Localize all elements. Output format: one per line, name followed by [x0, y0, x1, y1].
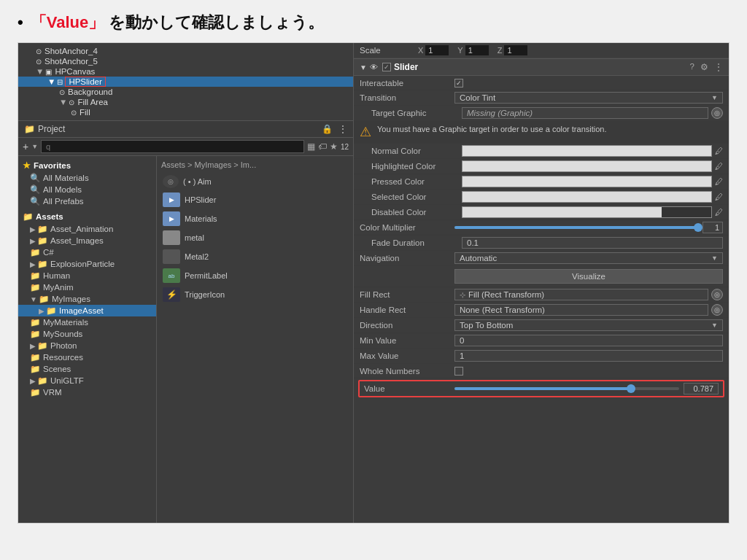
- tree-item-all-models[interactable]: 🔍 All Models: [18, 184, 156, 195]
- pressed-color-label: Pressed Color: [360, 177, 462, 186]
- scale-y-input[interactable]: [465, 45, 489, 55]
- asset-item-metal2[interactable]: Metal2: [160, 248, 350, 265]
- grid-icon[interactable]: ▦: [307, 141, 315, 152]
- add-button[interactable]: +: [23, 141, 28, 152]
- disabled-color-bar[interactable]: [462, 206, 712, 218]
- star-icon[interactable]: ★: [330, 141, 338, 152]
- tree-item-resources[interactable]: 📁 Resources: [18, 351, 156, 363]
- hierarchy-item-fill[interactable]: ⊙ Fill: [18, 107, 353, 117]
- asset-item-triggericon[interactable]: ⚡ TriggerIcon: [160, 286, 350, 303]
- interactable-checkbox[interactable]: [454, 79, 463, 88]
- color-multiplier-track[interactable]: [454, 226, 698, 229]
- handle-rect-field[interactable]: None (Rect Transform): [454, 304, 708, 316]
- tree-item-label: Asset_Images: [50, 236, 104, 245]
- max-value-input[interactable]: [454, 350, 723, 362]
- navigation-dropdown[interactable]: Automatic ▼: [454, 252, 723, 264]
- handle-rect-picker[interactable]: ◎: [711, 304, 723, 316]
- selected-color-input[interactable]: [462, 191, 712, 203]
- color-multiplier-input[interactable]: [703, 222, 723, 233]
- tree-item-label: MySounds: [43, 330, 82, 338]
- asset-item-hpslider[interactable]: ▶ HPSlider: [160, 191, 350, 209]
- tree-item-mysounds[interactable]: 📁 MySounds: [18, 328, 156, 340]
- tree-item-asset-images[interactable]: ▶ 📁 Asset_Images: [18, 235, 156, 246]
- transition-dropdown[interactable]: Color Tint ▼: [454, 92, 723, 104]
- normal-color-input[interactable]: [462, 145, 712, 157]
- tree-item-imageasset[interactable]: ▶ 📁 ImageAsset: [18, 305, 156, 316]
- eyedropper-icon[interactable]: 🖊: [715, 147, 723, 155]
- direction-dropdown[interactable]: Top To Bottom ▼: [454, 319, 723, 331]
- eyedropper-icon[interactable]: 🖊: [715, 208, 723, 217]
- tree-item-photon[interactable]: ▶ 📁 Photon: [18, 340, 156, 351]
- target-graphic-field[interactable]: Missing (Graphic): [462, 107, 708, 119]
- component-header-slider: ▼ 👁 ✓ Slider ? ⚙ ⋮: [354, 58, 729, 76]
- settings-icon[interactable]: ⚙: [700, 62, 708, 72]
- scale-x-input[interactable]: [425, 45, 449, 55]
- fill-rect-field[interactable]: ⊹ Fill (Rect Transform): [454, 289, 708, 300]
- direction-dropdown-value: Top To Bottom: [460, 321, 513, 330]
- eye-icon[interactable]: 👁: [370, 63, 378, 71]
- whole-numbers-checkbox[interactable]: [454, 367, 463, 376]
- hierarchy-item-shotanchor4[interactable]: ⊙ ShotAnchor_4: [18, 46, 353, 56]
- component-enable-toggle[interactable]: ✓: [382, 63, 391, 71]
- hierarchy-item-hpcanvas[interactable]: ▼ ▣ HPCanvas: [18, 66, 353, 77]
- tree-item-unigltf[interactable]: ▶ 📁 UniGLTF: [18, 375, 156, 386]
- eyedropper-icon[interactable]: 🖊: [715, 162, 723, 171]
- scale-z-input[interactable]: [504, 45, 527, 55]
- value-track[interactable]: [454, 387, 679, 390]
- hierarchy-item-shotanchor5[interactable]: ⊙ ShotAnchor_5: [18, 56, 353, 66]
- help-icon[interactable]: ?: [690, 62, 694, 72]
- folder-icon: 📁: [37, 259, 47, 269]
- target-graphic-picker[interactable]: ◎: [711, 107, 723, 119]
- collapse-icon[interactable]: ▼: [360, 63, 367, 71]
- eyedropper-icon[interactable]: 🖊: [715, 192, 723, 201]
- hierarchy-item-hpslider[interactable]: ▼ ⊟ HPSlider: [18, 77, 353, 87]
- lock-icon[interactable]: 🔒: [322, 124, 333, 134]
- tree-item-csharp[interactable]: 📁 C#: [18, 246, 156, 258]
- visualize-button[interactable]: Visualize: [454, 269, 723, 284]
- asset-icon-hpslider: ▶: [163, 192, 180, 207]
- search-input[interactable]: [41, 140, 304, 153]
- scale-label: Scale: [360, 46, 418, 55]
- tree-item-vrm[interactable]: 📁 VRM: [18, 386, 156, 398]
- fill-rect-picker[interactable]: ◎: [711, 289, 723, 300]
- tree-item-all-prefabs[interactable]: 🔍 All Prefabs: [18, 195, 156, 207]
- folder-icon: 📁: [30, 329, 40, 339]
- asset-item-metal[interactable]: metal: [160, 229, 350, 246]
- menu-icon[interactable]: ⋮: [338, 124, 347, 134]
- normal-color-row: Normal Color 🖊: [354, 144, 729, 159]
- asset-item-label: ( • ) Aim: [183, 177, 212, 186]
- tree-item-label: MyMaterials: [43, 318, 88, 327]
- hierarchy-item-fillarea[interactable]: ▼ ⊙ Fill Area: [18, 97, 353, 107]
- asset-item-aim[interactable]: ◎ ( • ) Aim: [160, 174, 350, 190]
- asset-item-materials[interactable]: ▶ Materials: [160, 210, 350, 228]
- tree-item-explosion[interactable]: ▶ 📁 ExplosionParticle: [18, 258, 156, 270]
- tag-icon[interactable]: 🏷: [318, 141, 327, 152]
- asset-item-permitlabel[interactable]: ab PermitLabel: [160, 267, 350, 284]
- project-toolbar: + ▼ ▦ 🏷 ★ 12: [18, 138, 353, 156]
- folder-icon: 📁: [24, 124, 35, 134]
- tree-item-myanim[interactable]: 📁 MyAnim: [18, 281, 156, 293]
- breadcrumb: Assets > MyImages > Im...: [160, 159, 350, 171]
- tree-item-all-materials[interactable]: 🔍 All Materials: [18, 172, 156, 184]
- direction-value: Top To Bottom ▼: [454, 319, 723, 331]
- tree-item-mymaterials[interactable]: 📁 MyMaterials: [18, 316, 156, 328]
- pressed-color-input[interactable]: [462, 176, 712, 187]
- min-value-value: [454, 335, 723, 346]
- target-graphic-row: Target Graphic Missing (Graphic) ◎: [354, 106, 729, 121]
- min-value-input[interactable]: [454, 335, 723, 346]
- tree-item-myimages[interactable]: ▼ 📁 MyImages: [18, 293, 156, 305]
- asset-item-label: Materials: [185, 214, 217, 223]
- hierarchy-item-background[interactable]: ⊙ Background: [18, 87, 353, 97]
- value-slider-control: [454, 383, 719, 394]
- assets-section: 📁 Assets: [18, 210, 156, 223]
- fade-duration-input[interactable]: [462, 237, 723, 249]
- more-icon[interactable]: ⋮: [714, 62, 723, 72]
- eyedropper-icon[interactable]: 🖊: [715, 177, 723, 186]
- tree-item-human[interactable]: 📁 Human: [18, 270, 156, 281]
- tree-item-scenes[interactable]: 📁 Scenes: [18, 363, 156, 375]
- value-input[interactable]: [684, 383, 719, 394]
- color-multiplier-thumb[interactable]: [694, 223, 703, 232]
- highlighted-color-input[interactable]: [462, 160, 712, 172]
- tree-item-asset-animation[interactable]: ▶ 📁 Asset_Animation: [18, 223, 156, 235]
- value-thumb[interactable]: [627, 384, 635, 393]
